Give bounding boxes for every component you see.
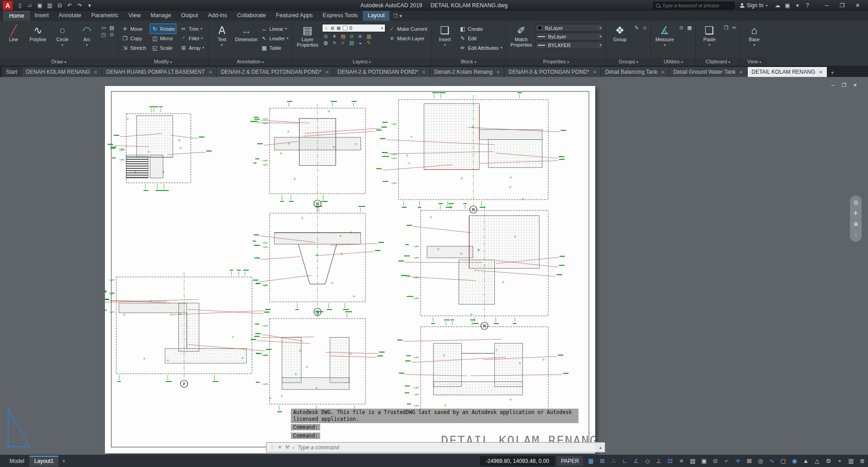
close-tab-icon[interactable]: ✕ — [739, 70, 743, 75]
edit-block-button[interactable]: ✎Edit — [458, 33, 504, 43]
base-button[interactable]: ⌂ Base ▾ — [743, 22, 765, 48]
layer-state-icon-5[interactable]: ▥ — [365, 33, 373, 39]
trim-button[interactable]: ✂Trim▾ — [179, 24, 205, 33]
navigation-wheel-icon[interactable]: ◎ — [854, 199, 858, 205]
ribbon-tab-add-ins[interactable]: Add-ins — [203, 11, 232, 21]
panel-layers-label[interactable]: Layers ▾ — [293, 58, 431, 66]
close-button[interactable]: ✕ — [850, 2, 865, 9]
fillet-button[interactable]: ◜Fillet▾ — [179, 33, 205, 43]
paper-space-toggle[interactable]: PAPER — [557, 456, 583, 466]
match-properties-button[interactable]: ✐ Match Properties — [508, 22, 534, 48]
autocad-logo-icon[interactable]: A — [3, 1, 13, 10]
cut-icon[interactable]: ✂ — [730, 25, 738, 31]
hatch-icon[interactable]: ▨ — [108, 25, 115, 31]
ribbon-display-toggle[interactable]: ❐ ▾ — [393, 13, 402, 21]
close-tab-icon[interactable]: ✕ — [496, 70, 500, 75]
model-tab[interactable]: Model — [5, 456, 29, 467]
ortho-mode-icon[interactable]: ∟ — [619, 457, 631, 464]
layer-state-icon-0[interactable]: ⊙ — [322, 33, 330, 39]
file-tab-start[interactable]: Start — [2, 67, 22, 77]
close-tab-icon[interactable]: ✕ — [94, 70, 97, 75]
object-color-dropdown[interactable]: ByLayer ▾ — [536, 24, 603, 32]
file-tab-detail-ground-water-tank[interactable]: Detail Ground Water Tank✕ — [669, 67, 748, 77]
isolate-objects-icon[interactable]: ◎ — [755, 457, 766, 464]
new-layout-button[interactable]: + — [58, 458, 69, 464]
file-tab-denah-ruang-pompa-lt-basement[interactable]: DENAH RUANG POMPA LT.BASEMENT✕ — [102, 67, 217, 77]
new-file-icon[interactable]: ▯ — [15, 2, 24, 9]
quick-properties-icon[interactable]: ▥ — [845, 457, 857, 464]
ribbon-tab-insert[interactable]: Insert — [29, 11, 53, 21]
drawing-close-button[interactable]: ✕ — [853, 82, 857, 88]
close-tab-icon[interactable]: ✕ — [593, 70, 597, 75]
measure-button[interactable]: ∡ Measure ▾ — [653, 22, 676, 48]
region-icon[interactable]: ◳ — [100, 32, 107, 38]
isometric-drafting-icon[interactable]: ◇ — [642, 457, 653, 464]
point-icon[interactable]: ⊙ — [108, 32, 115, 38]
search-box[interactable] — [653, 2, 735, 10]
zoom-icon[interactable]: ⊕ — [854, 221, 858, 227]
close-tab-icon[interactable]: ✕ — [209, 70, 212, 75]
help-icon[interactable]: ? — [803, 2, 812, 9]
drawing-area[interactable]: ─❐✕ NMNMPDETAIL KOLAM RENANG ◎✛⊕◌ X Y — [0, 77, 868, 455]
panel-block-label[interactable]: Block ▾ — [432, 58, 506, 66]
ribbon-tab-home[interactable]: Home — [4, 11, 29, 21]
drawing-minimize-button[interactable]: ─ — [831, 82, 835, 88]
navigation-bar[interactable]: ◎✛⊕◌ — [850, 195, 862, 242]
open-file-icon[interactable]: ▱ — [25, 2, 34, 9]
file-tab-denah-2-kolam-renang[interactable]: Denah-2 Kolam Renang✕ — [430, 67, 504, 77]
scale-button[interactable]: ◱Scale — [150, 43, 176, 52]
paper-sheet[interactable]: NMNMPDETAIL KOLAM RENANG — [105, 86, 595, 453]
ribbon-tab-layout[interactable]: Layout — [363, 11, 390, 21]
ribbon-tab-express-tools[interactable]: Express Tools — [318, 11, 363, 21]
pan-icon[interactable]: ✛ — [854, 210, 858, 216]
drawing-restore-button[interactable]: ❐ — [842, 82, 846, 88]
layer-state-icon-11[interactable]: ✎ — [365, 40, 373, 46]
array-button[interactable]: ⊞Array▾ — [179, 43, 205, 52]
annotation-monitor-icon[interactable]: + — [834, 457, 845, 464]
dynamic-ucs-icon[interactable]: ⌐ — [721, 457, 732, 464]
3d-object-snap-icon[interactable]: ⊙ — [710, 457, 721, 464]
infer-constraints-icon[interactable]: ∴ — [608, 457, 619, 464]
autoscale-icon[interactable]: ▲ — [800, 457, 811, 464]
copy-button[interactable]: ❐Copy — [120, 33, 147, 43]
minimize-button[interactable]: ─ — [819, 2, 835, 9]
sign-in-button[interactable]: Sign In ▾ — [740, 2, 768, 9]
stay-connected-icon[interactable]: ▾ — [793, 2, 802, 9]
match-layer-button[interactable]: ≡Match Layer — [387, 33, 429, 43]
line-button[interactable]: ╱ Line — [2, 22, 25, 43]
save-file-icon[interactable]: ▣ — [35, 2, 44, 9]
panel-draw-label[interactable]: Draw ▾ — [0, 58, 118, 66]
insert-button[interactable]: ❑ Insert ▾ — [434, 22, 456, 48]
layer-combo[interactable]: ☀ ⊘ ⊠ 0 ▾ — [322, 24, 385, 32]
move-button[interactable]: ✛Move — [120, 24, 147, 33]
snap-mode-icon[interactable]: ⊞ — [597, 457, 608, 464]
panel-utilities-label[interactable]: Utilities ▾ — [651, 58, 695, 66]
customize-icon[interactable]: ≣ — [857, 457, 868, 464]
ribbon-tab-parametric[interactable]: Parametric — [86, 11, 123, 21]
annotation-visibility-icon[interactable]: ◉ — [789, 457, 800, 464]
layer-state-icon-1[interactable]: ☀ — [331, 33, 338, 39]
grid-display-icon[interactable]: ▦ — [585, 457, 597, 464]
command-history-up-icon[interactable]: ▴ — [599, 445, 602, 450]
lineweight-icon[interactable]: ≡ — [676, 457, 687, 464]
command-customize-icon[interactable]: ⚒ — [285, 444, 289, 450]
polyline-button[interactable]: ∿ Polyline — [27, 22, 49, 43]
file-tab-denah-2-potongan-pond[interactable]: DENAH-2 & POTONGAN POND*✕ — [333, 67, 430, 77]
lineweight-dropdown[interactable]: ByLayer ▾ — [536, 33, 603, 40]
rectangle-icon[interactable]: ▭ — [100, 25, 107, 31]
panel-properties-label[interactable]: Properties ▾ — [506, 58, 606, 66]
edit-attributes-button[interactable]: ✏Edit Attributes▾ — [458, 43, 504, 52]
object-snap-icon[interactable]: ⊡ — [664, 457, 676, 464]
layer-state-icon-6[interactable]: ◍ — [322, 40, 330, 46]
stretch-button[interactable]: ⇲Stretch — [120, 43, 147, 52]
layer-state-icon-8[interactable]: ✓ — [339, 40, 347, 46]
command-close-icon[interactable]: ✕ — [278, 444, 282, 450]
undo-icon[interactable]: ↶ — [65, 2, 74, 9]
ribbon-tab-featured-apps[interactable]: Featured Apps — [271, 11, 318, 21]
dynamic-input-icon[interactable]: ✛ — [732, 457, 744, 464]
quick-calc-icon[interactable]: ▦ — [686, 25, 693, 31]
workspace-switching-icon[interactable]: ⚙ — [823, 457, 834, 464]
copy-clip-icon[interactable]: ❐ — [722, 25, 730, 31]
group-button[interactable]: ❖ Group — [608, 22, 631, 43]
save-as-icon[interactable]: ▥ — [45, 2, 54, 9]
